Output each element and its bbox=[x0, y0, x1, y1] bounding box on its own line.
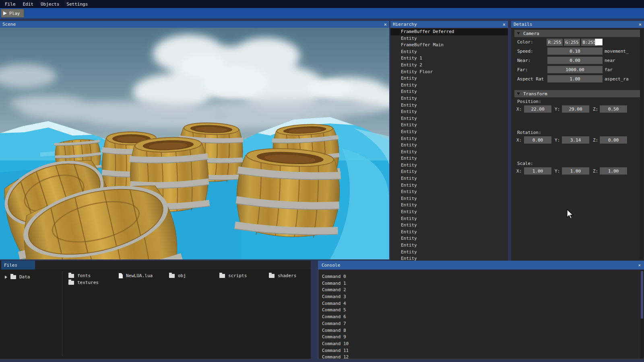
position-y-input[interactable]: 29.00 bbox=[562, 105, 589, 113]
hierarchy-item[interactable]: Entity bbox=[390, 222, 508, 229]
scene-panel: Scene × bbox=[0, 21, 389, 259]
hierarchy-item[interactable]: Entity bbox=[390, 162, 508, 169]
transform-section-header[interactable]: Transform bbox=[514, 90, 641, 97]
near-input[interactable]: 0.00 bbox=[547, 57, 603, 64]
menu-file[interactable]: File bbox=[5, 2, 16, 7]
console-line[interactable]: Command 5 bbox=[318, 307, 640, 314]
color-swatch[interactable] bbox=[595, 39, 603, 45]
aspect-label: Aspect Rat bbox=[517, 76, 544, 82]
console-line[interactable]: Command 6 bbox=[318, 314, 640, 321]
position-z-input[interactable]: 0.50 bbox=[600, 105, 627, 113]
hierarchy-item[interactable]: Entity bbox=[390, 209, 508, 216]
scale-y-input[interactable]: 1.00 bbox=[562, 167, 589, 175]
hierarchy-item[interactable]: Entity bbox=[390, 216, 508, 222]
aspect-input[interactable]: 1.00 bbox=[547, 75, 603, 82]
hierarchy-item[interactable]: Entity Floor bbox=[390, 69, 508, 76]
hierarchy-item[interactable]: Entity bbox=[390, 149, 508, 156]
hierarchy-item[interactable]: Entity bbox=[390, 235, 508, 242]
console-line[interactable]: Command 3 bbox=[318, 294, 640, 300]
details-scrollbar[interactable] bbox=[640, 29, 643, 259]
tab-files[interactable]: Files bbox=[1, 261, 35, 269]
close-icon[interactable]: × bbox=[638, 263, 641, 268]
hierarchy-titlebar[interactable]: Hierarchy × bbox=[390, 21, 508, 28]
collapse-triangle-icon bbox=[517, 32, 520, 35]
hierarchy-item[interactable]: Entity bbox=[390, 75, 508, 82]
position-x-input[interactable]: 22.00 bbox=[524, 105, 551, 113]
speed-var-label: movement_ bbox=[605, 49, 629, 54]
hierarchy-item[interactable]: Entity bbox=[390, 102, 508, 109]
hierarchy-item[interactable]: Entity bbox=[390, 229, 508, 236]
console-line[interactable]: Command 11 bbox=[318, 348, 640, 354]
console-scrollbar[interactable] bbox=[640, 270, 644, 358]
files-entry-textures[interactable]: textures bbox=[68, 280, 99, 285]
files-entry-scripts[interactable]: scripts bbox=[219, 273, 247, 278]
files-entry-fonts[interactable]: fonts bbox=[68, 273, 91, 278]
tree-item-data[interactable]: Data bbox=[5, 274, 30, 280]
hierarchy-item[interactable]: Entity bbox=[390, 255, 508, 261]
console-line[interactable]: Command 10 bbox=[318, 341, 640, 348]
color-g-field[interactable]: G:255 bbox=[564, 39, 580, 46]
console-line[interactable]: Command 2 bbox=[318, 287, 640, 294]
scale-x-input[interactable]: 1.00 bbox=[524, 167, 551, 175]
hierarchy-item[interactable]: FrameBuffer Deferred bbox=[390, 29, 508, 35]
hierarchy-item[interactable]: Entity bbox=[390, 129, 508, 136]
rotation-x-input[interactable]: 0.00 bbox=[524, 136, 551, 144]
color-r-field[interactable]: R:255 bbox=[547, 39, 563, 46]
hierarchy-item[interactable]: Entity bbox=[390, 35, 508, 42]
scale-z-input[interactable]: 1.00 bbox=[600, 167, 627, 175]
close-icon[interactable]: × bbox=[639, 22, 642, 27]
console-titlebar[interactable]: Console × bbox=[318, 261, 644, 269]
expand-arrow-icon[interactable] bbox=[5, 276, 7, 279]
hierarchy-item[interactable]: Entity bbox=[390, 115, 508, 122]
rotation-z-input[interactable]: 0.00 bbox=[600, 136, 627, 144]
axis-y-label: Y: bbox=[555, 138, 560, 143]
console-line[interactable]: Command 12 bbox=[318, 354, 640, 359]
console-line[interactable]: Command 0 bbox=[318, 274, 640, 280]
close-icon[interactable]: × bbox=[384, 22, 387, 27]
hierarchy-item[interactable]: Entity bbox=[390, 122, 508, 129]
close-icon[interactable]: × bbox=[503, 22, 506, 27]
console-line[interactable]: Command 1 bbox=[318, 280, 640, 287]
far-input[interactable]: 1000.00 bbox=[547, 66, 603, 73]
hierarchy-item[interactable]: Entity bbox=[390, 136, 508, 142]
scene-viewport[interactable] bbox=[0, 28, 389, 259]
hierarchy-item[interactable]: Entity 1 bbox=[390, 55, 508, 62]
hierarchy-item[interactable]: Entity bbox=[390, 169, 508, 175]
console-log: Command 0Command 1Command 2Command 3Comm… bbox=[318, 271, 640, 359]
files-entry-shaders[interactable]: shaders bbox=[269, 273, 296, 278]
play-button[interactable]: Play bbox=[1, 9, 24, 18]
console-scrollbar-thumb[interactable] bbox=[641, 271, 643, 319]
details-titlebar[interactable]: Details × bbox=[511, 21, 644, 28]
hierarchy-item[interactable]: Entity bbox=[390, 242, 508, 249]
camera-section-label: Camera bbox=[523, 31, 539, 36]
menu-edit[interactable]: Edit bbox=[23, 2, 34, 7]
hierarchy-item[interactable]: Entity bbox=[390, 202, 508, 209]
hierarchy-item[interactable]: FrameBuffer Main bbox=[390, 42, 508, 49]
console-line[interactable]: Command 9 bbox=[318, 334, 640, 341]
rotation-y-input[interactable]: 3.14 bbox=[562, 136, 589, 144]
hierarchy-item[interactable]: Entity bbox=[390, 175, 508, 182]
scene-titlebar[interactable]: Scene × bbox=[0, 21, 389, 28]
console-line[interactable]: Command 7 bbox=[318, 321, 640, 327]
hierarchy-item[interactable]: Entity 2 bbox=[390, 62, 508, 69]
hierarchy-item[interactable]: Entity bbox=[390, 249, 508, 256]
menu-objects[interactable]: Objects bbox=[41, 2, 59, 7]
hierarchy-item[interactable]: Entity bbox=[390, 182, 508, 189]
hierarchy-item[interactable]: Entity bbox=[390, 95, 508, 102]
hierarchy-item[interactable]: Entity bbox=[390, 142, 508, 149]
hierarchy-item[interactable]: Entity bbox=[390, 88, 508, 95]
hierarchy-item[interactable]: Entity bbox=[390, 189, 508, 195]
hierarchy-item[interactable]: Entity bbox=[390, 195, 508, 202]
hierarchy-item[interactable]: Entity bbox=[390, 82, 508, 89]
hierarchy-item[interactable]: Entity bbox=[390, 49, 508, 56]
console-line[interactable]: Command 4 bbox=[318, 300, 640, 307]
hierarchy-item[interactable]: Entity bbox=[390, 155, 508, 162]
hierarchy-item[interactable]: Entity bbox=[390, 109, 508, 115]
camera-section-header[interactable]: Camera bbox=[514, 30, 641, 37]
files-entry-newlua-lua[interactable]: NewLUA.lua bbox=[119, 273, 153, 278]
speed-input[interactable]: 0.10 bbox=[547, 47, 603, 55]
files-entry-obj[interactable]: obj bbox=[169, 273, 186, 278]
console-line[interactable]: Command 8 bbox=[318, 327, 640, 334]
files-titlebar: Files bbox=[0, 261, 311, 269]
menu-settings[interactable]: Settings bbox=[66, 2, 88, 7]
